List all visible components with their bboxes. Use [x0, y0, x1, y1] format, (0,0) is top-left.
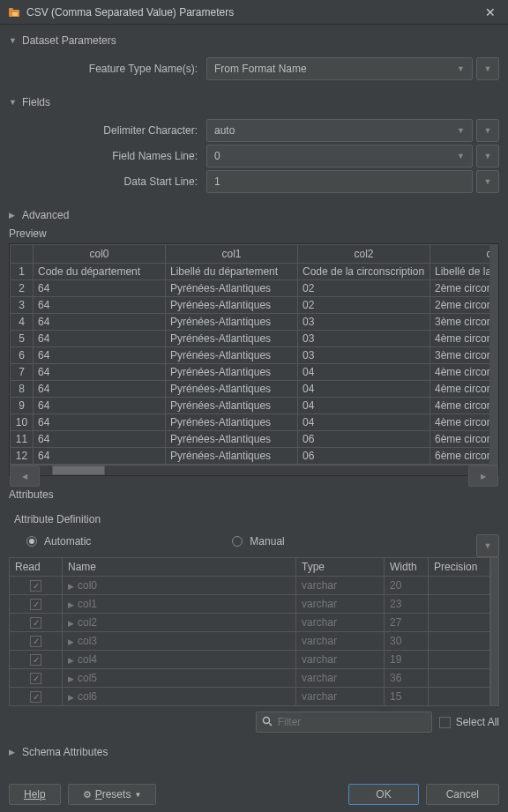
- col-header[interactable]: col3: [430, 245, 490, 264]
- table-row[interactable]: 964Pyrénées-Atlantiques044ème circonscri…: [11, 398, 490, 414]
- attr-type-cell[interactable]: varchar: [296, 651, 385, 669]
- read-checkbox-cell[interactable]: ✓: [10, 595, 63, 614]
- cell[interactable]: Pyrénées-Atlantiques: [166, 381, 298, 398]
- cell[interactable]: Pyrénées-Atlantiques: [166, 414, 298, 431]
- select-all-checkbox[interactable]: ✓ Select All: [439, 716, 499, 728]
- radio-automatic[interactable]: Automatic: [26, 535, 91, 548]
- table-row[interactable]: ✓▶col4varchar19: [10, 651, 490, 669]
- read-checkbox-cell[interactable]: ✓: [10, 669, 63, 688]
- read-checkbox-cell[interactable]: ✓: [10, 577, 63, 595]
- scrollbar-thumb[interactable]: [52, 466, 105, 475]
- cell[interactable]: Pyrénées-Atlantiques: [166, 347, 298, 364]
- filter-input[interactable]: [256, 711, 432, 733]
- cell[interactable]: Pyrénées-Atlantiques: [166, 398, 298, 414]
- cell[interactable]: Pyrénées-Atlantiques: [166, 364, 298, 381]
- table-row[interactable]: ✓▶col3varchar30: [10, 632, 490, 651]
- attr-type-cell[interactable]: varchar: [296, 577, 385, 595]
- field-names-line-select[interactable]: 0 ▼: [206, 145, 473, 168]
- table-row[interactable]: 564Pyrénées-Atlantiques034ème circonscri…: [11, 331, 490, 347]
- cell[interactable]: 2ème circonscript: [430, 280, 490, 297]
- cell[interactable]: 06: [298, 448, 430, 465]
- table-row[interactable]: 864Pyrénées-Atlantiques044ème circonscri…: [11, 381, 490, 398]
- attr-type-cell[interactable]: varchar: [296, 595, 385, 614]
- cell[interactable]: 3ème circonscript: [430, 347, 490, 364]
- cell[interactable]: 64: [34, 381, 166, 398]
- col-header[interactable]: col0: [34, 245, 166, 264]
- table-row[interactable]: 1064Pyrénées-Atlantiques044ème circonscr…: [11, 414, 490, 431]
- read-checkbox-cell[interactable]: ✓: [10, 632, 63, 651]
- attr-type-cell[interactable]: varchar: [296, 688, 385, 706]
- cell[interactable]: 6ème circonscript: [430, 448, 490, 465]
- cell[interactable]: 4ème circonscript: [430, 331, 490, 347]
- attr-name-cell[interactable]: ▶col2: [63, 614, 296, 632]
- attr-name-cell[interactable]: ▶col1: [63, 595, 296, 614]
- attr-type-cell[interactable]: varchar: [296, 669, 385, 688]
- table-row[interactable]: 464Pyrénées-Atlantiques033ème circonscri…: [11, 314, 490, 331]
- cell[interactable]: Code de la circonscription: [298, 264, 430, 280]
- cell[interactable]: 64: [34, 347, 166, 364]
- horizontal-scrollbar[interactable]: ◀ ▶: [10, 465, 498, 475]
- cell[interactable]: 04: [298, 398, 430, 414]
- cell[interactable]: 64: [34, 398, 166, 414]
- cell[interactable]: 64: [34, 448, 166, 465]
- cell[interactable]: 04: [298, 364, 430, 381]
- attribute-definition-options-button[interactable]: ▼: [476, 534, 499, 557]
- attr-precision-cell[interactable]: [429, 632, 490, 651]
- attr-header-read[interactable]: Read: [10, 558, 63, 577]
- attr-header-type[interactable]: Type: [296, 558, 385, 577]
- delimiter-select[interactable]: auto ▼: [206, 119, 473, 142]
- attr-name-cell[interactable]: ▶col0: [63, 577, 296, 595]
- attr-precision-cell[interactable]: [429, 651, 490, 669]
- ok-button[interactable]: OK: [348, 784, 418, 805]
- section-header-schema-attributes[interactable]: ▶ Schema Attributes: [9, 741, 499, 763]
- data-start-line-options-button[interactable]: ▼: [476, 170, 499, 193]
- attr-width-cell[interactable]: 19: [385, 651, 429, 669]
- attr-name-cell[interactable]: ▶col6: [63, 688, 296, 706]
- attr-header-width[interactable]: Width: [385, 558, 429, 577]
- cell[interactable]: 03: [298, 314, 430, 331]
- cell[interactable]: Code du département: [34, 264, 166, 280]
- attr-header-precision[interactable]: Precision: [429, 558, 490, 577]
- cell[interactable]: 03: [298, 331, 430, 347]
- cell[interactable]: 04: [298, 414, 430, 431]
- cell[interactable]: 64: [34, 297, 166, 314]
- cell[interactable]: 64: [34, 414, 166, 431]
- presets-button[interactable]: ⚙ Presets ▼: [68, 784, 157, 805]
- attr-precision-cell[interactable]: [429, 595, 490, 614]
- cell[interactable]: 64: [34, 364, 166, 381]
- cell[interactable]: 4ème circonscript: [430, 381, 490, 398]
- cell[interactable]: 2ème circonscript: [430, 297, 490, 314]
- read-checkbox-cell[interactable]: ✓: [10, 688, 63, 706]
- cancel-button[interactable]: Cancel: [426, 784, 499, 805]
- vertical-scrollbar[interactable]: [490, 557, 499, 706]
- attr-type-cell[interactable]: varchar: [296, 632, 385, 651]
- cell[interactable]: 64: [34, 314, 166, 331]
- feature-type-names-select[interactable]: From Format Name ▼: [206, 57, 473, 80]
- table-row[interactable]: ✓▶col0varchar20: [10, 577, 490, 595]
- section-header-fields[interactable]: ▼ Fields: [9, 92, 499, 113]
- cell[interactable]: 64: [34, 431, 166, 448]
- table-row[interactable]: ✓▶col2varchar27: [10, 614, 490, 632]
- attr-precision-cell[interactable]: [429, 669, 490, 688]
- cell[interactable]: 4ème circonscript: [430, 364, 490, 381]
- table-row[interactable]: ✓▶col6varchar15: [10, 688, 490, 706]
- attr-precision-cell[interactable]: [429, 614, 490, 632]
- cell[interactable]: 04: [298, 381, 430, 398]
- attr-precision-cell[interactable]: [429, 688, 490, 706]
- cell[interactable]: Pyrénées-Atlantiques: [166, 331, 298, 347]
- cell[interactable]: 02: [298, 297, 430, 314]
- feature-type-names-options-button[interactable]: ▼: [476, 57, 499, 80]
- attr-width-cell[interactable]: 36: [385, 669, 429, 688]
- col-header[interactable]: col1: [166, 245, 298, 264]
- section-header-dataset-parameters[interactable]: ▼ Dataset Parameters: [9, 30, 499, 51]
- attr-header-name[interactable]: Name: [63, 558, 296, 577]
- attr-width-cell[interactable]: 15: [385, 688, 429, 706]
- table-row[interactable]: 1264Pyrénées-Atlantiques066ème circonscr…: [11, 448, 490, 465]
- vertical-scrollbar[interactable]: [489, 244, 498, 465]
- attr-name-cell[interactable]: ▶col4: [63, 651, 296, 669]
- attr-name-cell[interactable]: ▶col3: [63, 632, 296, 651]
- field-names-line-options-button[interactable]: ▼: [476, 145, 499, 168]
- attr-width-cell[interactable]: 27: [385, 614, 429, 632]
- table-row[interactable]: 764Pyrénées-Atlantiques044ème circonscri…: [11, 364, 490, 381]
- cell[interactable]: 3ème circonscript: [430, 314, 490, 331]
